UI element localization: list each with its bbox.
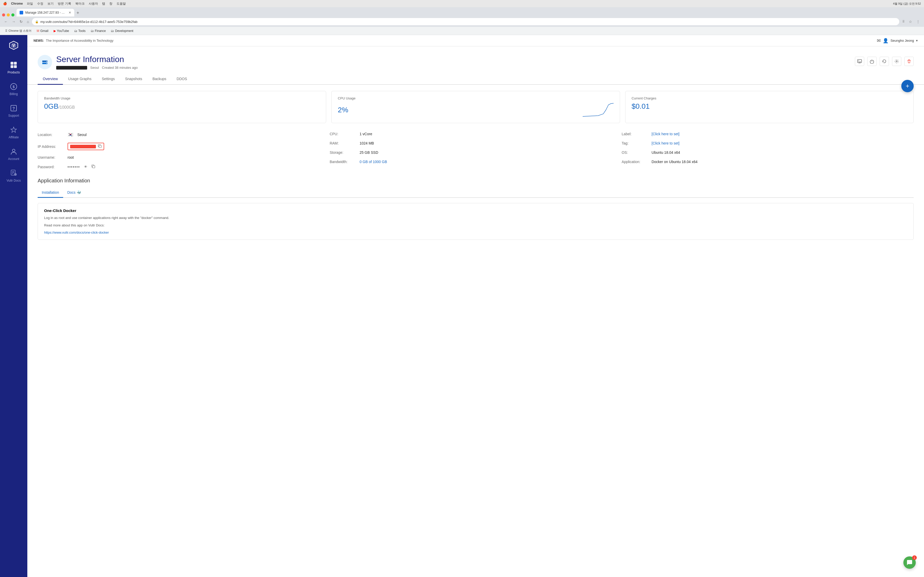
svg-rect-23 — [92, 166, 95, 168]
reload-btn[interactable]: ↻ — [19, 19, 24, 25]
bookmark-chrome-apps[interactable]: ⠿ Chrome 앱 스토어 — [3, 28, 34, 34]
os-menu-window[interactable]: 창 — [109, 2, 112, 6]
active-tab[interactable]: Manage 158.247.227.93 - Vul... ✕ — [16, 9, 74, 16]
bandwidth-spec-value[interactable]: 0 GB of 1000 GB — [360, 160, 387, 164]
sidebar-item-affiliate[interactable]: Affiliate — [2, 122, 25, 142]
os-bar-right: 4월 9일 (금) 오전 9:52 — [893, 2, 921, 6]
os-menu-user[interactable]: 사용자 — [89, 2, 98, 6]
svg-text:$: $ — [13, 85, 15, 89]
bookmark-development[interactable]: 🗂 Development — [109, 28, 135, 34]
tab-ddos[interactable]: DDOS — [171, 74, 192, 85]
sidebar-item-billing[interactable]: $ Billing — [2, 79, 25, 99]
account-label: Account — [8, 157, 19, 161]
info-username-row: Username: root — [38, 153, 330, 162]
content-area: NEWS: The Importance of Accessibility in… — [27, 35, 924, 577]
sidebar-logo[interactable]: V — [8, 39, 20, 52]
mail-icon[interactable]: ✉ — [877, 38, 881, 44]
minimize-window-btn[interactable] — [7, 13, 10, 16]
news-section: NEWS: The Importance of Accessibility in… — [34, 39, 113, 42]
bookmark-tools[interactable]: 🗂 Tools — [72, 28, 88, 34]
tab-usage-graphs[interactable]: Usage Graphs — [63, 74, 97, 85]
charges-label: Current Charges — [632, 96, 907, 100]
tag-value[interactable]: [Click here to set] — [651, 141, 679, 145]
bandwidth-spec-label: Bandwidth: — [330, 160, 355, 164]
stats-section: Bandwidth Usage 0GB/1000GB CPU Usage 2% — [27, 85, 924, 129]
svg-rect-4 — [14, 62, 17, 64]
tab-overview[interactable]: Overview — [38, 74, 63, 85]
tools-icon: 🗂 — [74, 29, 78, 33]
os-menu-file[interactable]: 파일 — [27, 2, 33, 6]
app-link[interactable]: https://www.vultr.com/docs/one-click-doc… — [44, 230, 109, 234]
tab-snapshots[interactable]: Snapshots — [120, 74, 147, 85]
info-password-row: Password: ••••••• 👁 — [38, 162, 330, 172]
forward-btn[interactable]: → — [11, 19, 16, 25]
address-bar[interactable]: 🔒 my.vultr.com/subs/?id=64465e1e-d112-4b… — [32, 18, 899, 25]
location-label: Location: — [38, 133, 63, 137]
tab-settings[interactable]: Settings — [97, 74, 120, 85]
url-text: my.vultr.com/subs/?id=64465e1e-d112-4b17… — [40, 20, 137, 24]
os-menu-tab[interactable]: 탭 — [102, 2, 105, 6]
label-value[interactable]: [Click here to set] — [651, 132, 679, 136]
chat-fab[interactable]: 1 — [903, 556, 916, 569]
svg-point-21 — [896, 61, 897, 62]
home-btn[interactable]: ⌂ — [26, 19, 30, 25]
app-info-title: Application Information — [38, 178, 914, 184]
os-label: OS: — [622, 150, 647, 155]
copy-password-btn[interactable] — [92, 164, 95, 169]
maximize-window-btn[interactable] — [11, 13, 15, 16]
app-tab-docs[interactable]: Docs 🐳 — [63, 188, 85, 198]
settings-btn[interactable] — [892, 56, 901, 66]
vultr-docs-label: Vultr Docs — [7, 179, 21, 182]
close-window-btn[interactable] — [2, 13, 5, 16]
svg-text:V: V — [12, 43, 15, 48]
power-btn[interactable] — [867, 56, 877, 66]
svg-rect-3 — [11, 62, 13, 64]
chrome-label: Chrome — [11, 2, 23, 5]
extensions-btn[interactable]: ⠿ — [901, 19, 906, 24]
username-label: Username: — [38, 155, 63, 160]
restart-btn[interactable] — [880, 56, 889, 66]
os-menu-help[interactable]: 도움말 — [116, 2, 126, 6]
sidebar-item-support[interactable]: ? Support — [2, 101, 25, 121]
tab-close-icon[interactable]: ✕ — [69, 11, 71, 15]
ip-box — [68, 143, 104, 150]
sidebar-item-products[interactable]: Products — [2, 58, 25, 77]
delete-btn[interactable] — [905, 56, 914, 66]
tab-bar: Manage 158.247.227.93 - Vul... ✕ + — [0, 7, 924, 16]
os-menu-edit[interactable]: 수정 — [37, 2, 43, 6]
menu-btn[interactable]: ⋮ — [915, 19, 921, 25]
sidebar-item-account[interactable]: Account — [2, 144, 25, 164]
info-ram-row: RAM: 1024 MB — [330, 139, 622, 148]
bookmark-gmail[interactable]: M Gmail — [34, 28, 50, 34]
charges-value: $0.01 — [632, 102, 907, 111]
storage-value: 25 GB SSD — [360, 150, 378, 155]
development-icon: 🗂 — [111, 29, 114, 33]
user-dropdown-icon[interactable]: ▾ — [916, 39, 918, 42]
address-row: ← → ↻ ⌂ 🔒 my.vultr.com/subs/?id=64465e1e… — [0, 16, 924, 27]
tab-title: Manage 158.247.227.93 - Vul... — [25, 11, 66, 15]
finance-icon: 🗂 — [91, 29, 94, 33]
back-btn[interactable]: ← — [3, 19, 9, 25]
svg-point-11 — [12, 149, 15, 152]
bookmark-btn[interactable]: ☆ — [908, 19, 913, 25]
os-menu-history[interactable]: 방문 기록 — [58, 2, 71, 6]
cpu-card-inner: 2% — [338, 102, 613, 118]
cpu-spec-value: 1 vCore — [360, 132, 372, 136]
console-btn[interactable] — [855, 56, 864, 66]
new-tab-btn[interactable]: + — [74, 9, 81, 16]
os-menu-bookmarks[interactable]: 북마크 — [75, 2, 84, 6]
server-title-section: Server Information Seoul Created 38 minu… — [38, 55, 138, 69]
add-fab[interactable]: + — [901, 80, 914, 92]
show-password-btn[interactable]: 👁 — [84, 165, 87, 169]
bookmark-youtube[interactable]: ▶ YouTube — [52, 28, 71, 34]
os-menu-view[interactable]: 보기 — [47, 2, 53, 6]
app-tab-installation[interactable]: Installation — [38, 188, 63, 198]
sidebar-item-vultr-docs[interactable]: Vultr Docs — [2, 166, 25, 185]
ip-redacted — [70, 145, 96, 148]
bookmark-finance[interactable]: 🗂 Finance — [89, 28, 108, 34]
tab-backups[interactable]: Backups — [147, 74, 171, 85]
bandwidth-value: 0GB/1000GB — [44, 102, 320, 111]
info-col-3: Label: [Click here to set] Tag: [Click h… — [622, 129, 914, 172]
svg-point-17 — [47, 61, 47, 62]
copy-ip-btn[interactable] — [98, 144, 102, 148]
